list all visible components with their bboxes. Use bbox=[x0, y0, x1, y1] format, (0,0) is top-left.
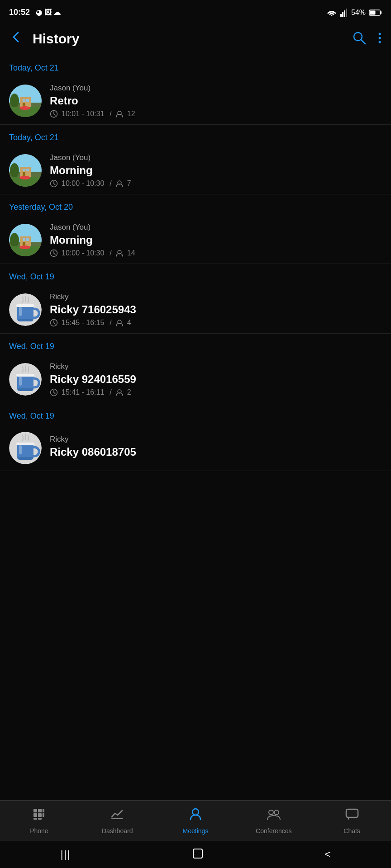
svg-rect-7 bbox=[370, 10, 376, 14]
avatar bbox=[9, 85, 42, 117]
svg-rect-2 bbox=[342, 12, 343, 17]
svg-rect-19 bbox=[26, 99, 29, 102]
history-item[interactable]: RickyRicky 924016559 15:41 - 16:11 / 2 bbox=[0, 356, 391, 403]
history-item[interactable]: RickyRicky 716025943 15:45 - 16:15 / 4 bbox=[0, 286, 391, 334]
svg-line-53 bbox=[54, 253, 55, 255]
svg-point-86 bbox=[274, 810, 279, 815]
svg-line-61 bbox=[54, 323, 55, 324]
avatar bbox=[9, 224, 42, 256]
nav-dashboard[interactable]: Dashboard bbox=[78, 802, 157, 839]
svg-point-30 bbox=[10, 163, 19, 178]
item-name: Ricky 716025943 bbox=[50, 303, 382, 316]
svg-rect-76 bbox=[38, 809, 42, 812]
nav-phone[interactable]: Phone bbox=[0, 802, 78, 839]
search-icon[interactable] bbox=[352, 31, 367, 47]
svg-rect-47 bbox=[26, 238, 29, 241]
svg-rect-33 bbox=[26, 169, 29, 171]
item-host: Jason (You) bbox=[50, 223, 382, 232]
battery-level: 54% bbox=[351, 9, 366, 17]
svg-point-85 bbox=[269, 810, 273, 815]
svg-point-44 bbox=[10, 233, 19, 247]
svg-rect-75 bbox=[33, 809, 37, 812]
date-label-3: Wed, Oct 19 bbox=[0, 264, 391, 286]
status-bar: 10:52 ◕ 🖼 ☁ 54% bbox=[0, 0, 391, 23]
nav-icons bbox=[352, 31, 382, 47]
date-label-1: Today, Oct 21 bbox=[0, 125, 391, 147]
svg-rect-18 bbox=[23, 99, 25, 102]
svg-rect-6 bbox=[380, 11, 381, 14]
avatar bbox=[9, 154, 42, 187]
more-icon[interactable] bbox=[377, 31, 382, 47]
nav-chats[interactable]: Chats bbox=[313, 802, 391, 839]
svg-line-39 bbox=[54, 184, 55, 185]
svg-rect-74 bbox=[19, 445, 22, 454]
item-info: Jason (You)Retro 10:01 - 10:31 / 12 bbox=[50, 84, 382, 118]
svg-rect-46 bbox=[23, 238, 25, 241]
item-name: Ricky 086018705 bbox=[50, 446, 382, 458]
item-info: Jason (You)Morning 10:00 - 10:30 / 7 bbox=[50, 153, 382, 188]
nav-meetings-label: Meetings bbox=[183, 827, 209, 835]
avatar bbox=[9, 363, 42, 396]
item-name: Ricky 924016559 bbox=[50, 373, 382, 386]
svg-point-50 bbox=[19, 245, 30, 249]
conferences-icon bbox=[267, 807, 281, 825]
menu-button[interactable]: ||| bbox=[61, 849, 71, 860]
status-time: 10:52 ◕ 🖼 ☁ bbox=[9, 8, 61, 17]
svg-line-25 bbox=[54, 114, 55, 115]
svg-rect-65 bbox=[16, 374, 34, 377]
history-item[interactable]: Jason (You)Morning 10:00 - 10:30 / 14 bbox=[0, 217, 391, 264]
item-info: RickyRicky 716025943 15:45 - 16:15 / 4 bbox=[50, 292, 382, 327]
date-label-0: Today, Oct 21 bbox=[0, 55, 391, 77]
svg-point-11 bbox=[379, 37, 381, 39]
svg-point-0 bbox=[331, 15, 332, 16]
status-right: 54% bbox=[327, 9, 382, 17]
svg-point-16 bbox=[10, 94, 19, 108]
wifi-icon bbox=[327, 9, 337, 16]
avatar bbox=[9, 293, 42, 326]
page-title: History bbox=[33, 31, 352, 47]
meetings-icon bbox=[188, 807, 203, 825]
nav-dashboard-label: Dashboard bbox=[102, 827, 133, 835]
system-nav: ||| < bbox=[0, 841, 391, 868]
item-meta: 10:00 - 10:30 / 7 bbox=[50, 179, 382, 188]
item-meta: 15:41 - 16:11 / 2 bbox=[50, 388, 382, 396]
nav-conferences[interactable]: Conferences bbox=[234, 802, 313, 839]
svg-rect-4 bbox=[346, 9, 347, 17]
svg-rect-3 bbox=[344, 10, 345, 17]
home-button[interactable] bbox=[192, 848, 204, 861]
svg-rect-66 bbox=[19, 377, 22, 386]
svg-point-10 bbox=[379, 33, 381, 35]
bottom-nav: Phone Dashboard Meetings bbox=[0, 800, 391, 841]
svg-rect-87 bbox=[346, 809, 358, 817]
top-nav: History bbox=[0, 23, 391, 55]
nav-meetings[interactable]: Meetings bbox=[157, 802, 235, 839]
back-sys-button[interactable]: < bbox=[324, 849, 330, 860]
nav-phone-label: Phone bbox=[30, 827, 48, 835]
signal-icon bbox=[340, 9, 348, 17]
svg-rect-58 bbox=[19, 307, 22, 316]
phone-icon bbox=[32, 807, 46, 825]
chats-icon bbox=[345, 807, 359, 825]
item-host: Ricky bbox=[50, 435, 382, 444]
date-label-5: Wed, Oct 19 bbox=[0, 403, 391, 425]
item-name: Morning bbox=[50, 234, 382, 246]
battery-icon bbox=[369, 9, 382, 16]
history-item[interactable]: Jason (You)Retro 10:01 - 10:31 / 12 bbox=[0, 77, 391, 125]
item-meta: 10:01 - 10:31 / 12 bbox=[50, 110, 382, 118]
svg-rect-78 bbox=[33, 813, 37, 817]
nav-chats-label: Chats bbox=[343, 827, 360, 835]
item-info: RickyRicky 924016559 15:41 - 16:11 / 2 bbox=[50, 362, 382, 396]
avatar bbox=[9, 432, 42, 464]
item-info: RickyRicky 086018705 bbox=[50, 435, 382, 461]
svg-rect-88 bbox=[193, 849, 202, 858]
item-info: Jason (You)Morning 10:00 - 10:30 / 14 bbox=[50, 223, 382, 257]
svg-point-84 bbox=[192, 809, 199, 815]
item-host: Jason (You) bbox=[50, 84, 382, 93]
svg-rect-81 bbox=[33, 818, 37, 820]
history-item[interactable]: Jason (You)Morning 10:00 - 10:30 / 7 bbox=[0, 147, 391, 194]
svg-rect-80 bbox=[43, 813, 44, 817]
back-button[interactable] bbox=[9, 30, 24, 48]
svg-rect-83 bbox=[111, 818, 123, 819]
svg-line-69 bbox=[54, 392, 55, 394]
history-item[interactable]: RickyRicky 086018705 bbox=[0, 425, 391, 471]
